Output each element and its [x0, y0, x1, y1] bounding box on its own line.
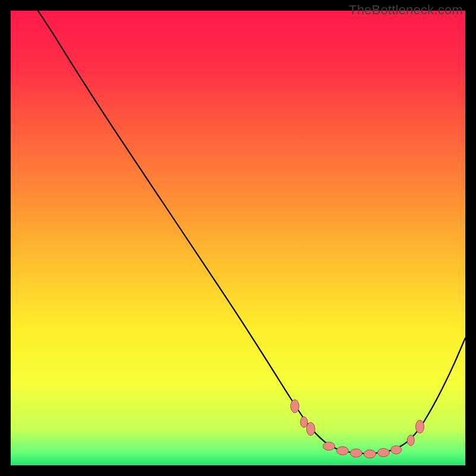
marker-dot — [350, 449, 362, 457]
marker-dot — [300, 416, 308, 427]
bottleneck-chart — [11, 11, 465, 465]
marker-dot — [364, 450, 376, 458]
watermark-label: TheBottleneck.com — [349, 2, 463, 18]
marker-dot — [378, 449, 390, 457]
marker-dot — [391, 446, 402, 454]
marker-dot — [306, 422, 315, 436]
marker-dot — [416, 420, 424, 433]
marker-dot — [323, 442, 335, 450]
heatmap-rect — [11, 11, 465, 465]
marker-dot — [291, 400, 299, 413]
chart-frame — [11, 11, 465, 465]
marker-dot — [337, 447, 349, 455]
marker-dot — [407, 435, 414, 446]
